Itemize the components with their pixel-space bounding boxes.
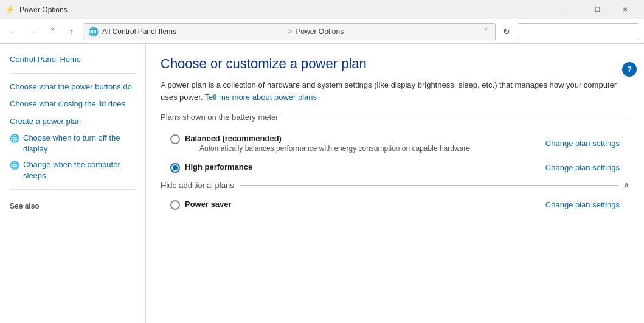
recent-pages-button[interactable]: ˅: [44, 23, 61, 40]
sidebar-item-closing-lid[interactable]: Choose what closing the lid does: [0, 96, 145, 113]
sidebar-divider: [10, 73, 136, 74]
sidebar-item-power-buttons[interactable]: Choose what the power buttons do: [0, 78, 145, 96]
address-bar: ← → ˅ ↑ 🌐 All Control Panel Items > Powe…: [0, 19, 644, 44]
plan-balanced-desc: Automatically balances performance with …: [185, 144, 545, 153]
sidebar-item-computer-sleeps[interactable]: Change when the computer sleeps: [23, 159, 136, 181]
page-description: A power plan is a collection of hardware…: [161, 79, 629, 103]
change-plan-balanced-link[interactable]: Change plan settings: [545, 139, 620, 148]
page-title: Choose or customize a power plan: [161, 56, 629, 72]
close-button[interactable]: ✕: [611, 0, 639, 19]
plan-item-power-saver: Power saver Change plan settings: [161, 195, 629, 212]
up-button[interactable]: ↑: [63, 23, 80, 40]
collapse-icon: ∧: [618, 180, 629, 190]
plan-item-balanced: Balanced (recommended) Automatically bal…: [161, 129, 629, 155]
sleep-icon: 🌐: [10, 161, 19, 170]
plan-high-left: High performance: [170, 162, 545, 173]
restore-button[interactable]: ☐: [583, 0, 611, 19]
plan-high-name: High performance: [185, 162, 545, 172]
back-button[interactable]: ←: [5, 23, 22, 40]
sidebar-item-create-power-plan[interactable]: Create a power plan: [0, 113, 145, 130]
plan-balanced-left: Balanced (recommended) Automatically bal…: [170, 134, 545, 153]
sidebar-item-display-container: 🌐 Choose when to turn off the display: [0, 130, 145, 157]
address-field[interactable]: 🌐 All Control Panel Items > Power Option…: [83, 23, 496, 40]
plan-high-content: High performance: [185, 162, 545, 172]
window-title: Power Options: [19, 5, 68, 14]
content-area: Choose or customize a power plan A power…: [146, 44, 644, 323]
breadcrumb-all-control-panel: All Control Panel Items: [102, 27, 285, 36]
display-icon: 🌐: [10, 134, 19, 143]
breadcrumb-separator: >: [288, 27, 293, 36]
plans-section-line: [285, 117, 629, 117]
plan-saver-name: Power saver: [185, 200, 545, 209]
change-plan-saver-link[interactable]: Change plan settings: [545, 200, 620, 209]
breadcrumb-power-options: Power Options: [296, 27, 479, 36]
address-icon: 🌐: [88, 27, 99, 36]
plan-balanced-content: Balanced (recommended) Automatically bal…: [185, 134, 545, 153]
sidebar-divider-2: [10, 189, 136, 190]
sidebar-item-control-panel-home[interactable]: Control Panel Home: [0, 51, 145, 68]
minimize-button[interactable]: —: [555, 0, 583, 19]
radio-balanced[interactable]: [170, 134, 180, 144]
address-chevron-icon[interactable]: ˅: [482, 27, 490, 36]
plan-saver-left: Power saver: [170, 200, 545, 210]
window-controls: — ☐ ✕: [555, 0, 639, 19]
refresh-button[interactable]: ↻: [498, 23, 515, 40]
forward-button[interactable]: →: [24, 23, 41, 40]
see-also-label: See also: [0, 195, 145, 213]
plans-section-label: Plans shown on the battery meter: [161, 113, 285, 122]
title-bar: ⚡ Power Options — ☐ ✕: [0, 0, 644, 19]
sidebar-item-turn-off-display[interactable]: Choose when to turn off the display: [23, 133, 136, 155]
sidebar-item-sleep-container: 🌐 Change when the computer sleeps: [0, 157, 145, 184]
plan-balanced-name: Balanced (recommended): [185, 134, 545, 143]
additional-section: Hide additional plans ∧ Power saver Chan…: [161, 180, 629, 212]
plans-section: Plans shown on the battery meter Balance…: [161, 113, 629, 175]
main-layout: Control Panel Home Choose what the power…: [0, 44, 644, 323]
app-icon: ⚡: [5, 5, 15, 15]
radio-power-saver[interactable]: [170, 200, 180, 210]
additional-section-line: [240, 185, 618, 186]
learn-more-link[interactable]: Tell me more about power plans: [205, 92, 317, 102]
radio-high-performance[interactable]: [170, 163, 180, 173]
plan-item-high-performance: High performance Change plan settings: [161, 158, 629, 175]
title-bar-left: ⚡ Power Options: [5, 5, 68, 15]
additional-section-header[interactable]: Hide additional plans ∧: [161, 180, 629, 190]
plans-section-header: Plans shown on the battery meter: [161, 113, 629, 122]
change-plan-high-link[interactable]: Change plan settings: [545, 163, 620, 172]
plan-saver-content: Power saver: [185, 200, 545, 209]
help-button[interactable]: ?: [622, 62, 637, 77]
sidebar: Control Panel Home Choose what the power…: [0, 44, 146, 323]
additional-section-label: Hide additional plans: [161, 181, 240, 190]
search-input[interactable]: [518, 23, 639, 40]
